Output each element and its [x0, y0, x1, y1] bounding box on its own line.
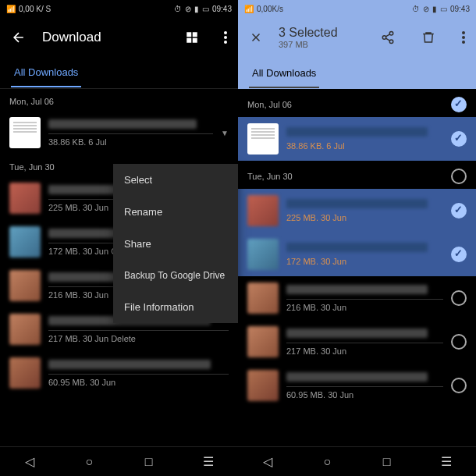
svg-point-6 [224, 41, 227, 44]
row-checkbox-icon[interactable] [451, 131, 467, 147]
page-title: Download [42, 30, 169, 45]
doc-thumb-icon [9, 117, 41, 148]
image-thumb-icon [247, 195, 279, 226]
nav-recent-icon[interactable]: □ [378, 453, 396, 471]
menu-rename[interactable]: Rename [113, 196, 238, 228]
header: Download [0, 17, 238, 58]
share-icon[interactable] [381, 30, 395, 44]
selection-header: 3 Selected 397 MB [238, 17, 476, 58]
file-name-redacted [286, 329, 428, 338]
image-thumb-icon [247, 326, 279, 357]
image-thumb-icon [9, 270, 41, 301]
svg-point-12 [462, 41, 465, 44]
file-row[interactable]: 38.86 KB. 6 Jul ▼ [0, 111, 238, 155]
close-icon[interactable] [249, 30, 263, 44]
file-row[interactable]: 60.95 MB. 30 Jun [238, 364, 476, 407]
file-meta: 38.86 KB. 6 Jul [286, 141, 443, 151]
doc-thumb-icon [247, 123, 279, 155]
nav-drawer-icon[interactable]: ☰ [199, 453, 218, 471]
context-menu: Select Rename Share Backup To Google Dri… [113, 164, 238, 323]
menu-backup[interactable]: Backup To Google Drive [113, 260, 238, 291]
dnd-icon: ⊘ [185, 5, 191, 13]
select-all-checkbox[interactable] [451, 97, 467, 112]
clock: 09:43 [450, 5, 470, 13]
tab-all-downloads[interactable]: All Downloads [11, 59, 81, 87]
menu-select[interactable]: Select [113, 164, 238, 196]
grid-view-icon[interactable] [185, 30, 199, 44]
nav-home-icon[interactable]: ○ [318, 453, 336, 471]
svg-point-7 [389, 32, 393, 36]
alarm-icon: ⏱ [412, 5, 420, 13]
svg-rect-1 [193, 32, 197, 37]
nav-back-icon[interactable]: ◁ [258, 453, 277, 471]
svg-point-8 [382, 36, 386, 40]
file-row[interactable]: 225 MB. 30 Jun [238, 189, 476, 233]
status-bar: 📶 0,00 K/ S ⏱ ⊘ ▮ ▭ 09:43 [0, 0, 238, 17]
tab-all-downloads[interactable]: All Downloads [249, 59, 319, 88]
right-pane: 📶 0,00K/s ⏱ ⊘ ▮ ▭ 09:43 3 Selected 397 M… [238, 0, 476, 476]
signal-icon: ▮ [194, 5, 199, 13]
file-row[interactable]: 217 MB. 30 Jun [238, 320, 476, 364]
selection-size: 397 MB [279, 40, 365, 49]
file-name-redacted [48, 119, 197, 129]
file-row[interactable]: 216 MB. 30 Jun [238, 276, 476, 320]
selection-count: 3 Selected [279, 26, 365, 40]
net-speed: 0,00 K/ S [19, 5, 51, 13]
svg-point-9 [389, 40, 393, 44]
file-row[interactable]: 60.95 MB. 30 Jun [0, 351, 238, 395]
image-thumb-icon [9, 357, 41, 389]
wifi-icon: 📶 [244, 5, 254, 13]
file-name-redacted [286, 243, 428, 252]
file-meta: 60.95 MB. 30 Jun [286, 386, 443, 400]
svg-rect-0 [186, 32, 191, 37]
row-checkbox-icon[interactable] [451, 203, 467, 218]
row-checkbox-icon[interactable] [451, 378, 467, 393]
file-meta: 60.95 MB. 30 Jun [48, 374, 229, 387]
nav-back-icon[interactable]: ◁ [20, 453, 39, 471]
file-meta: 38.86 KB. 6 Jul [48, 133, 213, 147]
file-row[interactable]: 38.86 KB. 6 Jul [238, 117, 476, 161]
more-icon[interactable] [224, 31, 227, 44]
svg-point-10 [462, 31, 465, 34]
file-meta: 172 MB. 30 Jun [286, 257, 443, 266]
file-meta: 217 MB. 30 Jun [286, 343, 443, 356]
file-list[interactable]: Mon, Jul 06 38.86 KB. 6 Jul Tue, Jun 30 … [238, 89, 476, 446]
nav-home-icon[interactable]: ○ [80, 453, 98, 471]
nav-drawer-icon[interactable]: ☰ [437, 453, 456, 471]
menu-share[interactable]: Share [113, 228, 238, 260]
file-meta: 217 MB. 30 Jun Delete [48, 330, 229, 343]
svg-point-4 [224, 31, 227, 34]
battery-icon: ▭ [202, 5, 209, 13]
image-thumb-icon [9, 314, 41, 345]
delete-icon[interactable] [421, 30, 435, 44]
menu-file-info[interactable]: File Information [113, 291, 238, 323]
image-thumb-icon [9, 183, 41, 214]
file-name-redacted [286, 127, 428, 137]
tab-bar: All Downloads [0, 58, 238, 89]
net-speed: 0,00K/s [257, 5, 283, 13]
status-bar: 📶 0,00K/s ⏱ ⊘ ▮ ▭ 09:43 [238, 0, 476, 17]
image-thumb-icon [247, 239, 279, 270]
image-thumb-icon [9, 226, 41, 258]
file-meta: 225 MB. 30 Jun [286, 213, 443, 222]
more-icon[interactable] [462, 31, 465, 44]
svg-rect-2 [186, 38, 191, 43]
row-checkbox-icon[interactable] [451, 290, 467, 306]
svg-rect-3 [193, 38, 197, 43]
signal-icon: ▮ [432, 5, 437, 13]
image-thumb-icon [247, 282, 279, 314]
row-checkbox-icon[interactable] [451, 334, 467, 350]
file-name-redacted [286, 199, 428, 208]
file-row[interactable]: 172 MB. 30 Jun [238, 233, 476, 276]
file-name-redacted [48, 360, 211, 369]
chevron-down-icon[interactable]: ▼ [221, 129, 229, 137]
clock: 09:43 [212, 5, 232, 13]
file-name-redacted [286, 285, 428, 294]
row-checkbox-icon[interactable] [451, 247, 467, 262]
nav-recent-icon[interactable]: □ [140, 453, 158, 471]
battery-icon: ▭ [440, 5, 447, 13]
section-date: Mon, Jul 06 [238, 89, 476, 117]
file-name-redacted [286, 372, 428, 382]
select-all-checkbox[interactable] [451, 169, 467, 184]
back-icon[interactable] [11, 30, 27, 45]
